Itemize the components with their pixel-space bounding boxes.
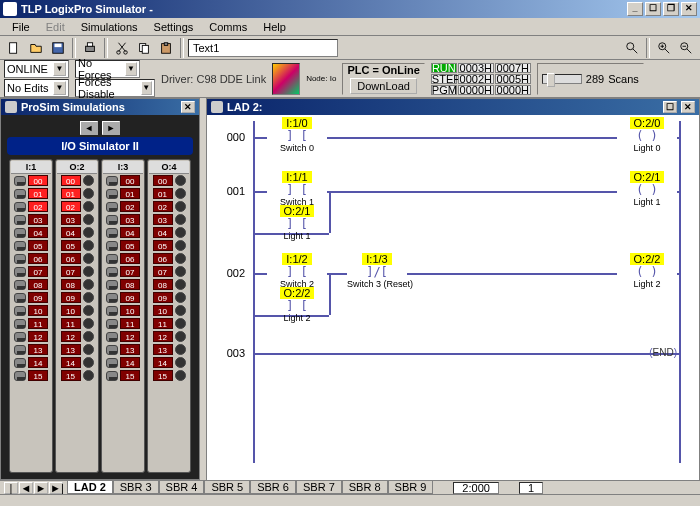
file-tab[interactable]: SBR 9 [388, 481, 434, 494]
prosim-titlebar[interactable]: ProSim Simulations ✕ [1, 99, 199, 115]
io-switch[interactable] [14, 358, 26, 368]
maximize-button[interactable]: ☐ [645, 2, 661, 16]
paste-button[interactable] [156, 38, 176, 58]
io-lamp [175, 292, 186, 303]
io-switch[interactable] [106, 202, 118, 212]
file-tab[interactable]: SBR 4 [159, 481, 205, 494]
file-tab[interactable]: LAD 2 [67, 481, 113, 494]
file-tab[interactable]: SBR 6 [250, 481, 296, 494]
save-button[interactable] [48, 38, 68, 58]
restore-button[interactable]: ❐ [663, 2, 679, 16]
io-switch[interactable] [106, 176, 118, 186]
io-switch[interactable] [14, 189, 26, 199]
io-switch[interactable] [106, 332, 118, 342]
io-switch[interactable] [106, 189, 118, 199]
io-switch[interactable] [106, 319, 118, 329]
io-switch[interactable] [106, 280, 118, 290]
menu-file[interactable]: File [4, 19, 38, 35]
download-button[interactable]: DownLoad [350, 78, 417, 94]
file-tab[interactable]: SBR 8 [342, 481, 388, 494]
io-switch[interactable] [14, 306, 26, 316]
io-switch[interactable] [106, 306, 118, 316]
ladder-instruction[interactable]: I:1/0] [Switch 0 [267, 117, 327, 153]
io-switch[interactable] [106, 228, 118, 238]
io-switch[interactable] [14, 228, 26, 238]
minimize-button[interactable]: _ [627, 2, 643, 16]
cut-button[interactable] [112, 38, 132, 58]
ladder-titlebar[interactable]: LAD 2: ☐ ✕ [207, 99, 699, 115]
forces-disable-combo[interactable]: Forces Disable▼ [75, 79, 155, 97]
mode-combo[interactable]: ONLINE▼ [4, 60, 69, 78]
print-button[interactable] [80, 38, 100, 58]
inst-symbol: ( ) [617, 183, 677, 197]
ladder-instruction[interactable]: O:2/1( )Light 1 [617, 171, 677, 207]
io-switch[interactable] [106, 267, 118, 277]
tab-scroll-last[interactable]: ►| [49, 482, 63, 494]
scan-slider[interactable] [542, 74, 582, 84]
menu-simulations[interactable]: Simulations [73, 19, 146, 35]
ladder-instruction[interactable]: O:2/2( )Light 2 [617, 253, 677, 289]
io-switch[interactable] [14, 280, 26, 290]
zoom-out-button[interactable] [676, 38, 696, 58]
tab-scroll-next[interactable]: ► [34, 482, 48, 494]
ladder-instruction[interactable]: I:1/3]/[Switch 3 (Reset) [347, 253, 407, 289]
io-switch[interactable] [14, 345, 26, 355]
io-next-button[interactable]: ► [102, 121, 120, 135]
menu-edit[interactable]: Edit [38, 19, 73, 35]
status-step[interactable]: STEP [431, 74, 457, 84]
zoom-in-button[interactable] [654, 38, 674, 58]
prosim-close-button[interactable]: ✕ [181, 101, 195, 113]
io-led: 04 [120, 227, 140, 238]
io-switch[interactable] [106, 345, 118, 355]
ladder-close-button[interactable]: ✕ [681, 101, 695, 113]
close-button[interactable]: ✕ [681, 2, 697, 16]
io-switch[interactable] [14, 371, 26, 381]
io-switch[interactable] [14, 202, 26, 212]
menu-settings[interactable]: Settings [146, 19, 202, 35]
io-led: 11 [153, 318, 173, 329]
ladder-instruction[interactable]: I:1/2] [Switch 2 [267, 253, 327, 289]
io-switch[interactable] [14, 332, 26, 342]
status-pgm[interactable]: PGM [431, 85, 457, 95]
io-switch[interactable] [14, 293, 26, 303]
io-switch[interactable] [14, 254, 26, 264]
ladder-instruction[interactable]: O:2/1] [Light 1 [267, 205, 327, 241]
tab-scroll-first[interactable]: |◄ [4, 482, 18, 494]
branch-wire[interactable] [253, 191, 255, 233]
branch-wire[interactable] [329, 273, 331, 315]
new-button[interactable] [4, 38, 24, 58]
io-switch[interactable] [14, 215, 26, 225]
ladder-instruction[interactable]: O:2/2] [Light 2 [267, 287, 327, 323]
toolbar-text-input[interactable] [188, 39, 338, 57]
find-button[interactable] [622, 38, 642, 58]
menu-comms[interactable]: Comms [201, 19, 255, 35]
tab-scroll-prev[interactable]: ◄ [19, 482, 33, 494]
rung-wire[interactable] [253, 353, 681, 355]
io-switch[interactable] [14, 319, 26, 329]
io-switch[interactable] [14, 267, 26, 277]
io-switch[interactable] [106, 371, 118, 381]
file-tab[interactable]: SBR 3 [113, 481, 159, 494]
file-tab[interactable]: SBR 7 [296, 481, 342, 494]
io-switch[interactable] [106, 215, 118, 225]
ladder-instruction[interactable]: O:2/0( )Light 0 [617, 117, 677, 153]
io-prev-button[interactable]: ◄ [80, 121, 98, 135]
io-switch[interactable] [106, 358, 118, 368]
ladder-max-button[interactable]: ☐ [663, 101, 677, 113]
branch-wire[interactable] [329, 191, 331, 233]
file-tab[interactable]: SBR 5 [204, 481, 250, 494]
io-row: 09 [106, 291, 140, 304]
io-switch[interactable] [14, 241, 26, 251]
ladder-instruction[interactable]: I:1/1] [Switch 1 [267, 171, 327, 207]
io-switch[interactable] [106, 293, 118, 303]
io-switch[interactable] [106, 241, 118, 251]
io-switch[interactable] [106, 254, 118, 264]
branch-wire[interactable] [253, 273, 255, 315]
status-run[interactable]: RUN [431, 63, 457, 73]
io-switch[interactable] [14, 176, 26, 186]
edits-combo[interactable]: No Edits▼ [4, 79, 69, 97]
copy-button[interactable] [134, 38, 154, 58]
menu-help[interactable]: Help [255, 19, 294, 35]
open-button[interactable] [26, 38, 46, 58]
ladder-canvas[interactable]: 000I:1/0] [Switch 0O:2/0( )Light 0001I:1… [207, 115, 699, 493]
